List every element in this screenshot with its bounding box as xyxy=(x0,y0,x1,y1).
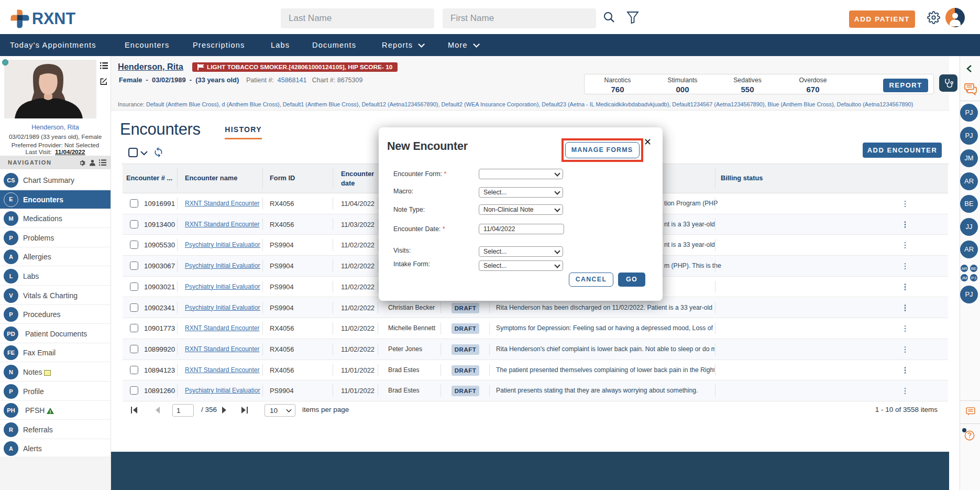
svg-text:!: ! xyxy=(50,409,51,414)
